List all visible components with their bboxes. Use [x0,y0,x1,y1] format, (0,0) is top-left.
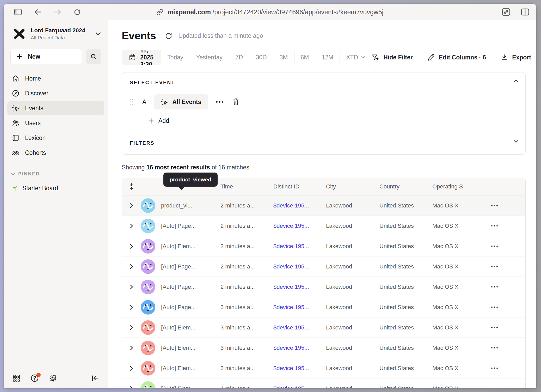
expand-row-icon[interactable] [130,244,133,249]
column-header-country[interactable]: Country [379,183,432,190]
expand-row-icon[interactable] [130,264,133,269]
row-actions-icon[interactable] [488,388,525,388]
drag-handle-icon[interactable] [130,99,133,105]
distinct-id-link[interactable]: $device:195... [273,202,326,209]
table-row[interactable]: [Auto] Page... 2 minutes a... $device:19… [122,256,525,277]
distinct-id-link[interactable]: $device:195... [273,365,326,372]
city-value: Lakewood [326,263,379,270]
workspace-switcher[interactable]: Lord Farquaad 2024 All Project Data [4,20,108,43]
apps-grid-icon[interactable] [13,374,20,382]
pinned-section-header[interactable]: PINNED [11,171,108,177]
event-name[interactable]: [Auto] Elem... [161,324,220,331]
table-row[interactable]: [Auto] Page... 3 minutes a... $device:19… [122,297,525,317]
browser-sidebar-toggle-icon[interactable] [14,9,22,15]
export-button[interactable]: Export [501,54,531,61]
row-actions-icon[interactable] [488,225,525,226]
distinct-id-link[interactable]: $device:195... [273,324,326,331]
distinct-id-link[interactable]: $device:195... [273,284,326,290]
expand-row-icon[interactable] [130,366,133,371]
table-row[interactable]: [Auto] Elem... 3 minutes a... $device:19… [122,338,525,358]
column-header-city[interactable]: City [326,183,379,190]
sidebar-nav: Home Discover Ev [4,71,108,160]
sort-time-icon[interactable] [129,183,134,191]
date-picker[interactable]: Mar 11, 2025 3:30 pm [122,50,161,65]
range-yesterday[interactable]: Yesterday [190,50,229,65]
distinct-id-link[interactable]: $device:195... [273,223,326,229]
expand-row-icon[interactable] [130,345,133,351]
range-7d[interactable]: 7D [229,50,249,65]
expand-row-icon[interactable] [130,223,133,229]
event-name[interactable]: [Auto] Page... [161,263,220,270]
sidebar-item-lexicon[interactable]: Lexicon [7,131,104,145]
table-row[interactable]: [Auto] Elem... 3 minutes a... $device:19… [122,317,525,338]
event-more-options-icon[interactable] [216,101,223,103]
column-header-os[interactable]: Operating S [432,183,488,190]
event-name[interactable]: [Auto] Elem... [161,243,220,250]
expand-section-icon[interactable] [513,140,519,143]
collapse-sidebar-icon[interactable] [91,375,99,382]
distinct-id-link[interactable]: $device:195... [273,263,326,270]
table-row[interactable]: product_vi... 2 minutes a... $device:195… [122,195,525,216]
event-name[interactable]: [Auto] Elem... [161,345,220,351]
event-name[interactable]: [Auto] Page... [161,284,220,290]
collapse-section-icon[interactable] [513,79,519,83]
column-header-time[interactable]: Time [220,183,273,190]
page-settings-icon[interactable] [501,7,511,17]
expand-row-icon[interactable] [130,305,133,310]
range-today[interactable]: Today [161,50,190,65]
address-bar[interactable]: mixpanel.com/project/3472420/view/397469… [157,8,384,16]
distinct-id-link[interactable]: $device:195... [273,304,326,311]
event-name[interactable]: product_vi... [161,202,220,209]
range-xtd[interactable]: XTD [340,50,371,65]
sidebar-item-discover[interactable]: Discover [7,86,104,100]
distinct-id-link[interactable]: $device:195... [273,345,326,351]
table-row[interactable]: [Auto] Page... 2 minutes a... $device:19… [122,277,525,297]
expand-row-icon[interactable] [130,325,133,330]
event-selector-chip[interactable]: All Events [154,94,208,109]
event-name[interactable]: [Auto] Elem... [161,365,220,372]
row-actions-icon[interactable] [488,307,525,308]
row-actions-icon[interactable] [488,327,525,328]
settings-gear-icon[interactable] [49,374,57,382]
row-actions-icon[interactable] [488,205,525,206]
table-row[interactable]: [Auto] Page... 2 minutes a... $device:19… [122,216,525,236]
table-row[interactable]: [Auto] Elem... 4 minutes a... $device:19… [122,378,525,388]
range-12m[interactable]: 12M [315,50,340,65]
refresh-icon[interactable] [165,32,173,40]
sidebar-item-home[interactable]: Home [7,71,104,85]
expand-row-icon[interactable] [130,284,133,290]
forward-icon[interactable] [54,9,62,15]
event-name[interactable]: [Auto] Page... [161,304,220,311]
reload-icon[interactable] [73,8,81,16]
table-row[interactable]: [Auto] Elem... 3 minutes a... $device:19… [122,358,525,378]
help-icon[interactable] [30,374,39,383]
row-actions-icon[interactable] [488,286,525,287]
row-actions-icon[interactable] [488,347,525,348]
trash-icon[interactable] [232,98,239,106]
range-6m[interactable]: 6M [294,50,316,65]
sidebar-item-events[interactable]: Events [7,101,104,115]
row-actions-icon[interactable] [488,266,525,267]
event-name[interactable]: [Auto] Page... [161,223,220,229]
row-actions-icon[interactable] [488,368,525,369]
range-3m[interactable]: 3M [273,50,294,65]
pinned-item-starter-board[interactable]: Starter Board [4,185,108,192]
back-icon[interactable] [34,9,42,15]
search-button[interactable] [86,49,101,64]
sidebar-item-users[interactable]: Users [7,116,104,130]
hide-filter-button[interactable]: Hide Filter [371,53,413,61]
new-button[interactable]: New [10,49,82,64]
table-row[interactable]: [Auto] Elem... 2 minutes a... $device:19… [122,236,525,256]
edit-columns-button[interactable]: Edit Columns · 6 [427,54,486,61]
range-30d[interactable]: 30D [249,50,273,65]
expand-row-icon[interactable] [130,203,133,208]
distinct-id-link[interactable]: $device:195... [273,243,326,250]
event-name[interactable]: [Auto] Elem... [161,385,220,389]
sidebar-item-cohorts[interactable]: Cohorts [7,146,104,160]
split-view-icon[interactable] [521,8,530,16]
column-header-distinct-id[interactable]: Distinct ID [273,183,326,190]
row-actions-icon[interactable] [488,246,525,247]
add-event-button[interactable]: Add [148,117,518,124]
distinct-id-link[interactable]: $device:195... [273,385,326,389]
expand-row-icon[interactable] [130,386,133,389]
